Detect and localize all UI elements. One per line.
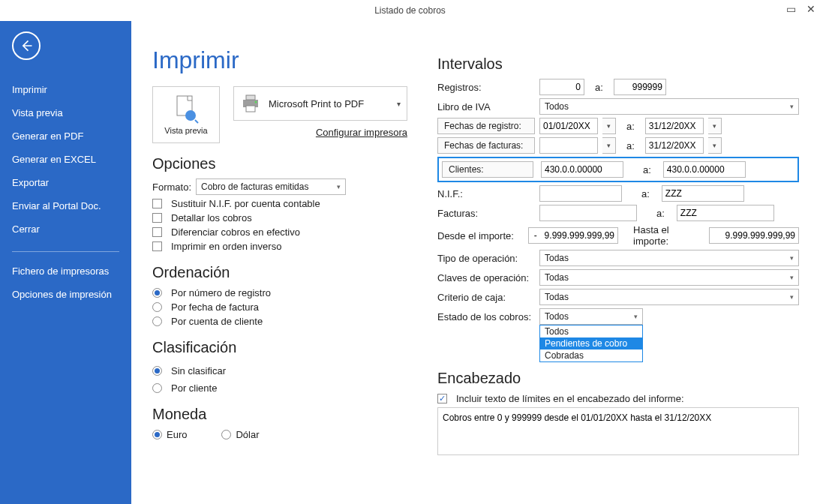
nif-label: N.I.F.: [437, 188, 535, 200]
facturas-to-input[interactable] [677, 205, 774, 221]
check-detallar[interactable]: Detallar los cobros [152, 212, 407, 224]
opciones-heading: Opciones [152, 155, 407, 172]
radio-dolar[interactable]: Dólar [221, 429, 259, 440]
nif-from-input[interactable] [539, 185, 622, 202]
page-title: Imprimir [152, 46, 407, 74]
sidebar-item-imprimir[interactable]: Imprimir [12, 78, 119, 101]
check-incluir-texto[interactable]: Incluir texto de límites en el encabezad… [437, 393, 799, 404]
sidebar-item-opciones[interactable]: Opciones de impresión [12, 283, 119, 306]
fecha-fac-to-drop[interactable]: ▾ [708, 137, 722, 154]
sidebar-item-excel[interactable]: Generar en EXCEL [12, 148, 119, 171]
tipo-op-label: Tipo de operación: [437, 253, 535, 264]
check-sustituir[interactable]: Sustituir N.I.F. por cuenta contable [152, 198, 407, 209]
estado-opt-todos[interactable]: Todos [540, 326, 642, 338]
facturas-label: Facturas: [437, 208, 535, 219]
criterio-caja-combo[interactable]: Todas▾ [539, 289, 799, 305]
svg-point-5 [255, 101, 257, 104]
close-icon[interactable]: ✕ [806, 3, 815, 15]
fecha-reg-to-input[interactable] [645, 118, 704, 134]
intervalos-heading: Intervalos [437, 56, 799, 73]
hasta-importe-label: Hasta el importe: [633, 224, 698, 247]
tipo-op-combo[interactable]: Todas▾ [539, 250, 799, 266]
vista-previa-button[interactable]: Vista previa [152, 86, 220, 143]
printer-name: Microsoft Print to PDF [269, 98, 364, 110]
printer-icon [240, 94, 261, 113]
estado-cobros-label: Estado de los cobros: [437, 311, 535, 322]
registros-to-input[interactable] [614, 79, 666, 95]
check-diferenciar[interactable]: Diferenciar cobros en efectivo [152, 226, 407, 238]
radio-euro[interactable]: Euro [152, 429, 187, 440]
ordenacion-heading: Ordenación [152, 264, 407, 281]
desde-importe-input[interactable] [528, 227, 618, 244]
registros-label: Registros: [437, 82, 535, 93]
fecha-reg-from-drop[interactable]: ▾ [602, 118, 616, 134]
hasta-importe-input[interactable] [709, 227, 799, 244]
claves-op-label: Claves de operación: [437, 272, 535, 284]
maximize-icon[interactable]: ▭ [786, 3, 796, 15]
formato-label: Formato: [152, 182, 191, 193]
radio-num-registro[interactable]: Por número de registro [152, 287, 407, 298]
clientes-row-highlighted: Clientes: a: [437, 157, 799, 182]
radio-por-cliente[interactable]: Por cliente [152, 382, 407, 394]
titlebar: Listado de cobros ▭ ✕ [0, 0, 820, 21]
fecha-fac-to-input[interactable] [645, 137, 704, 154]
svg-point-1 [185, 110, 196, 121]
back-button[interactable] [12, 32, 41, 60]
svg-rect-3 [246, 95, 255, 100]
sidebar-item-pdf[interactable]: Generar en PDF [12, 124, 119, 148]
sidebar-item-exportar[interactable]: Exportar [12, 171, 119, 194]
moneda-heading: Moneda [152, 406, 407, 423]
document-preview-icon [173, 94, 200, 124]
sidebar: Imprimir Vista previa Generar en PDF Gen… [0, 21, 131, 504]
fecha-fac-from-input[interactable] [539, 137, 598, 154]
claves-op-combo[interactable]: Todas▾ [539, 269, 799, 286]
clientes-to-input[interactable] [663, 161, 746, 178]
fecha-reg-to-drop[interactable]: ▾ [708, 118, 722, 134]
fecha-fac-from-drop[interactable]: ▾ [602, 137, 616, 154]
clientes-from-input[interactable] [541, 161, 623, 178]
configure-printer-link[interactable]: Configurar impresora [233, 127, 407, 138]
estado-opt-cobradas[interactable]: Cobradas [540, 350, 642, 362]
encabezado-text-input[interactable] [437, 407, 799, 455]
sidebar-item-cerrar[interactable]: Cerrar [12, 218, 119, 241]
estado-opt-pendientes[interactable]: Pendientes de cobro [540, 338, 642, 350]
radio-sin-clasificar[interactable]: Sin clasificar [152, 365, 226, 376]
libro-iva-label: Libro de IVA [437, 101, 535, 112]
encabezado-heading: Encabezado [437, 370, 799, 387]
fechas-registro-button[interactable]: Fechas de registro: [437, 118, 535, 134]
window-title: Listado de cobros [374, 5, 446, 16]
radio-fecha-factura[interactable]: Por fecha de factura [152, 302, 407, 313]
check-inverso[interactable]: Imprimir en orden inverso [152, 241, 407, 252]
libro-iva-combo[interactable]: Todos▾ [539, 98, 799, 115]
facturas-from-input[interactable] [539, 205, 637, 221]
svg-rect-4 [246, 106, 255, 112]
desde-importe-label: Desde el importe: [437, 230, 524, 242]
criterio-caja-label: Criterio de caja: [437, 292, 535, 303]
fechas-facturas-button[interactable]: Fechas de facturas: [437, 137, 535, 154]
estado-cobros-combo[interactable]: Todos▾ [539, 308, 643, 325]
fecha-reg-from-input[interactable] [539, 118, 598, 134]
radio-cuenta-cliente[interactable]: Por cuenta de cliente [152, 316, 407, 327]
registros-from-input[interactable] [539, 79, 584, 95]
printer-selector[interactable]: Microsoft Print to PDF ▾ [233, 86, 407, 121]
sidebar-item-vista-previa[interactable]: Vista previa [12, 101, 119, 124]
nif-to-input[interactable] [662, 185, 744, 202]
estado-cobros-dropdown: Todos Pendientes de cobro Cobradas [539, 325, 643, 362]
sidebar-item-fichero[interactable]: Fichero de impresoras [12, 260, 119, 283]
chevron-down-icon: ▾ [397, 100, 401, 108]
clasificacion-heading: Clasificación [152, 339, 407, 356]
sidebar-item-portal[interactable]: Enviar al Portal Doc. [12, 194, 119, 218]
formato-combo[interactable]: Cobro de facturas emitidas▾ [196, 178, 346, 195]
vista-previa-label: Vista previa [164, 126, 207, 135]
clientes-button[interactable]: Clientes: [442, 161, 533, 178]
